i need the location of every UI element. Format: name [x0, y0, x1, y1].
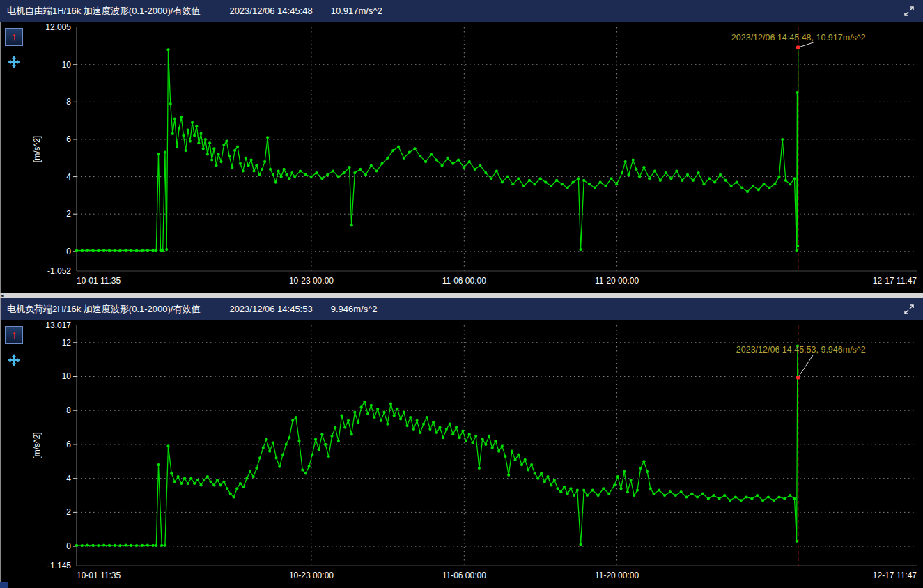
data-point — [327, 455, 330, 458]
data-point — [607, 493, 610, 495]
data-point — [81, 249, 84, 252]
data-point — [430, 153, 433, 155]
cursor-tool-button[interactable]: ↑ — [5, 28, 23, 46]
data-point — [426, 416, 428, 419]
data-point — [360, 405, 363, 408]
data-point — [458, 436, 461, 439]
data-point — [135, 249, 138, 252]
cursor-datetime: 2023/12/06 14:45:48 — [229, 6, 312, 16]
data-point — [206, 153, 209, 155]
data-point — [419, 155, 421, 157]
y-axis-unit-label: [m/s^2] — [32, 432, 42, 458]
data-point — [697, 171, 700, 174]
data-point — [685, 495, 688, 498]
data-point — [468, 160, 471, 163]
data-point — [465, 440, 467, 442]
data-point — [582, 489, 585, 492]
data-point — [674, 494, 677, 497]
cursor-tool-button[interactable]: ↑ — [5, 326, 23, 344]
panel-splitter[interactable]: ◂ — [0, 293, 923, 298]
data-point — [187, 482, 189, 485]
data-point — [441, 164, 444, 167]
data-point — [297, 440, 300, 442]
data-point — [141, 249, 144, 252]
data-point — [517, 454, 520, 456]
data-point — [761, 499, 764, 502]
data-point — [768, 187, 770, 189]
data-point — [239, 482, 242, 485]
data-point — [210, 480, 212, 483]
expand-button[interactable] — [902, 4, 916, 18]
data-point — [550, 185, 552, 187]
data-point — [544, 181, 547, 184]
data-point — [789, 183, 791, 185]
data-point — [591, 489, 594, 492]
data-point — [252, 169, 255, 172]
data-point — [653, 169, 656, 172]
data-point — [419, 431, 421, 434]
data-point — [435, 431, 438, 434]
expand-button[interactable] — [902, 302, 916, 316]
data-point — [403, 411, 405, 414]
annotation-leader-line — [798, 42, 814, 47]
data-point — [718, 497, 720, 500]
data-point — [633, 494, 635, 497]
data-point — [501, 181, 504, 184]
trend-chart-1[interactable]: 108642012.005-1.05210-01 11:3510-23 00:0… — [0, 22, 923, 293]
y-max-label: 12.005 — [45, 22, 71, 32]
data-point — [397, 146, 400, 148]
data-point — [597, 494, 600, 497]
data-point — [602, 487, 605, 490]
data-point — [114, 544, 116, 547]
data-point — [108, 544, 111, 547]
data-point — [283, 168, 286, 171]
data-point — [540, 472, 543, 474]
data-point — [767, 495, 770, 498]
data-point — [623, 470, 626, 473]
data-point — [263, 160, 266, 163]
pan-tool-button[interactable] — [7, 353, 21, 367]
data-point — [391, 149, 394, 152]
red-arrow-icon: ↑ — [11, 31, 17, 42]
data-point — [278, 465, 281, 468]
data-point — [616, 475, 619, 478]
data-point — [285, 443, 288, 446]
data-point — [757, 188, 760, 191]
data-point — [108, 249, 111, 252]
vibration-trend-monitor: 电机自由端1H/16k 加速度波形(0.1-2000)/有效值 2023/12/… — [0, 0, 923, 588]
data-point — [520, 463, 523, 466]
y-tick-label: 6 — [66, 134, 71, 144]
data-point — [119, 249, 122, 252]
data-point — [413, 147, 416, 150]
channel-title: 电机负荷端2H/16k 加速度波形(0.1-2000)/有效值 — [7, 303, 200, 316]
data-point — [586, 494, 589, 497]
data-point — [191, 121, 194, 124]
data-point — [311, 454, 313, 456]
pan-tool-button[interactable] — [7, 55, 21, 69]
cursor-annotation: 2023/12/06 14:45:48, 10.917m/s^2 — [731, 33, 866, 42]
data-point — [226, 487, 228, 490]
data-point — [343, 171, 346, 174]
data-point — [543, 480, 546, 483]
data-point — [212, 483, 215, 486]
data-point — [524, 458, 527, 461]
data-point — [102, 544, 105, 547]
panel-1-header: 电机自由端1H/16k 加速度波形(0.1-2000)/有效值 2023/12/… — [0, 0, 923, 22]
data-point — [247, 164, 250, 167]
data-point — [713, 494, 715, 497]
data-point — [324, 443, 327, 446]
data-point — [479, 164, 481, 167]
data-point — [750, 497, 753, 500]
data-point — [212, 147, 215, 150]
data-point — [527, 468, 529, 471]
data-point — [735, 181, 738, 184]
data-point — [183, 477, 186, 480]
trend-chart-2[interactable]: 12108642013.017-1.14510-01 11:3510-23 00… — [0, 320, 923, 588]
data-point — [199, 132, 202, 135]
data-point — [658, 489, 660, 492]
data-point — [332, 169, 334, 172]
data-point — [461, 429, 464, 432]
data-point — [176, 146, 178, 148]
splitter-collapse-icon[interactable]: ◂ — [1, 292, 4, 299]
data-point — [334, 426, 336, 429]
